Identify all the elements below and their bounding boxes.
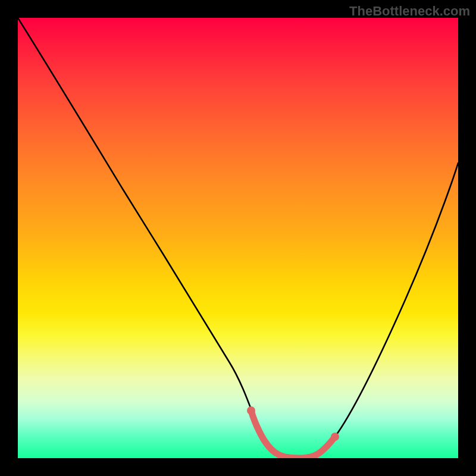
bottleneck-curve xyxy=(18,18,458,458)
plot-area xyxy=(18,18,458,458)
highlight-end-dot xyxy=(331,433,339,441)
highlight-start-dot xyxy=(247,406,255,415)
chart-stage: TheBottleneck.com xyxy=(0,0,476,476)
curve-svg xyxy=(18,18,458,458)
watermark-text: TheBottleneck.com xyxy=(349,4,470,19)
optimal-range-highlight xyxy=(251,411,335,458)
